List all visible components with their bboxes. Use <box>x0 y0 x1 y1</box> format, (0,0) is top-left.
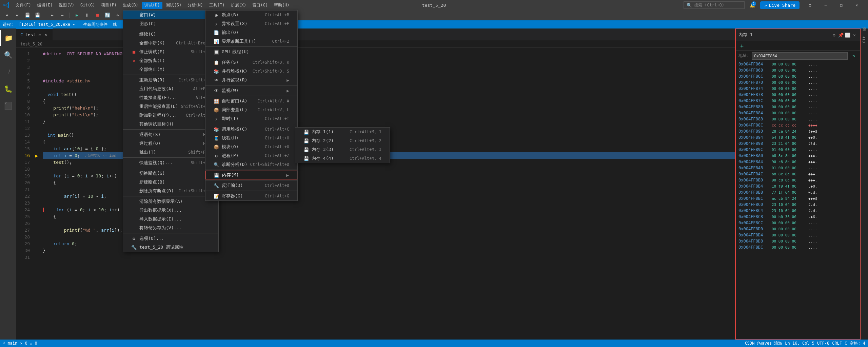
menu-restart-perf-item[interactable]: 重启性能探查器(L) Shift+Alt+F2 <box>123 102 218 111</box>
submenu-watch-item[interactable]: 👁 监视(W) ▶ <box>205 86 297 95</box>
debug-continue-btn[interactable]: ▶ <box>73 12 81 19</box>
menu-break-all-item[interactable]: 全部中断(K) Ctrl+Alt+Break <box>123 39 218 47</box>
memory2-item[interactable]: 💾 内存 2(2) Ctrl+Alt+M, 2 <box>295 136 390 145</box>
submenu-immediate-item[interactable]: ⚡ 即时(I) Ctrl+Alt+I <box>205 114 297 123</box>
language[interactable]: C <box>845 341 847 346</box>
menu-step-over-item[interactable]: 逐过程(O) F10 <box>123 139 218 148</box>
menu-git[interactable]: Git(G) <box>78 2 98 8</box>
menu-window-item[interactable]: 窗口(W) ▶ <box>123 11 218 19</box>
submenu-gpu-item[interactable]: 🔲 GPU 线程(U) <box>205 47 297 56</box>
memory1-item[interactable]: 💾 内存 1(1) Ctrl+Alt+M, 1 <box>295 128 390 136</box>
menu-export-datatip-item[interactable]: 导出数据提示(X)... <box>123 206 218 215</box>
redo-button[interactable]: ↩ <box>13 12 22 19</box>
menu-view[interactable]: 视图(V) <box>56 2 77 9</box>
minimize-button[interactable]: ─ <box>818 0 833 10</box>
git-side-tab[interactable]: Git 更改 <box>861 31 868 46</box>
submenu-tasks-item[interactable]: 📋 任务(S) Ctrl+Shift+D, K <box>205 58 297 67</box>
menu-window[interactable]: 窗口(G) <box>250 2 271 9</box>
menu-graphics-item[interactable]: 图形(C) ▶ <box>123 19 218 28</box>
panel-pin-btn[interactable]: 📌 <box>838 32 844 38</box>
menu-project[interactable]: 项目(P) <box>98 2 119 9</box>
menu-help[interactable]: 帮助(H) <box>271 2 292 9</box>
menu-file[interactable]: 文件(F) <box>13 2 34 9</box>
submenu-registers-item[interactable]: 📝 寄存器(G) Ctrl+Alt+G <box>205 192 297 200</box>
debug-restart-btn[interactable]: 🔄 <box>103 12 112 19</box>
submenu-exception-item[interactable]: ⚡ 异常设置(X) Ctrl+Alt+E <box>205 19 297 28</box>
notification-icon[interactable]: 🔔 1 <box>749 1 756 9</box>
menu-attach-item[interactable]: 附加到进程(P)... Ctrl+Alt+P <box>123 111 218 120</box>
menu-build[interactable]: 生成(B) <box>120 2 141 9</box>
submenu-callstack-item[interactable]: 📚 调用堆栈(C) Ctrl+Alt+C <box>205 125 297 134</box>
encoding[interactable]: UTF-8 <box>817 341 829 346</box>
menu-options-item[interactable]: ⚙ 选项(O)... <box>123 234 218 243</box>
menu-stop-item[interactable]: ⏹ 停止调试(E) Shift+F5 <box>123 47 218 56</box>
refresh-btn[interactable]: ↻ <box>850 53 857 59</box>
debug-pause-btn[interactable]: ⏸ <box>83 12 92 19</box>
submenu-process-item[interactable]: ⚙ 进程(P) Ctrl+Alt+Z <box>205 151 297 160</box>
menu-new-bp-item[interactable]: 新建断点(B) ▶ <box>123 178 218 187</box>
submenu-memory-item[interactable]: 💾 内存(M) ▶ <box>205 171 297 179</box>
maximize-button[interactable]: □ <box>833 0 849 10</box>
search-box[interactable]: 🔍 搜索 (Ctrl+Q) <box>684 1 745 9</box>
tab-testc[interactable]: C test.c ✕ <box>16 28 53 40</box>
panel-settings-btn[interactable]: ⚙ <box>831 32 837 38</box>
menu-apply-code-item[interactable]: 应用代码更改(A) Alt+F10 <box>123 84 218 93</box>
menu-delete-all-bp-item[interactable]: 删除所有断点(D) Ctrl+Shift+F9 <box>123 187 218 195</box>
memory4-item[interactable]: 💾 内存 4(4) Ctrl+Alt+M, 4 <box>295 154 390 163</box>
menu-quickwatch-item[interactable]: 快速监视(Q)... Shift+F9 <box>123 158 218 167</box>
menu-save-dump-item[interactable]: 将转储另存为(V)... <box>123 224 218 232</box>
menu-terminate-item[interactable]: 全部终止(M) <box>123 65 218 74</box>
save-all-button[interactable]: 💾 <box>33 12 42 19</box>
submenu-parallel-stacks-item[interactable]: 📚 并行堆栈(K) Ctrl+Shift+D, S <box>205 67 297 76</box>
menu-detach-item[interactable]: ✕ 全部拆离(L) <box>123 56 218 65</box>
git-icon[interactable]: ⑂ <box>0 64 16 80</box>
line-col[interactable]: Ln 16, Col 5 <box>785 341 814 346</box>
spaces[interactable]: 空格: 4 <box>850 341 865 346</box>
menu-continue-item[interactable]: 继续(C) F5 <box>123 30 218 39</box>
close-button[interactable]: ✕ <box>849 0 865 10</box>
submenu-profiler-item[interactable]: 🔍 诊断分析(D) Ctrl+Shift+Alt+D <box>205 160 297 169</box>
line-ending[interactable]: CRLF <box>832 341 842 346</box>
menu-extensions[interactable]: 扩展(X) <box>228 2 249 9</box>
submenu-disasm-item[interactable]: 🔧 反汇编(D) Ctrl+Alt+D <box>205 181 297 190</box>
menu-step-out-item[interactable]: 跳出(T) Shift+F11 <box>123 148 218 157</box>
submenu-breakpoints-item[interactable]: ◉ 断点(B) Ctrl+Alt+B <box>205 11 297 19</box>
menu-step-into-item[interactable]: 逐语句(S) F11 <box>123 130 218 139</box>
menu-perf-item[interactable]: 性能探查器(F)... Alt+F2 <box>123 93 218 102</box>
tab-close-button[interactable]: ✕ <box>43 32 48 37</box>
menu-edit[interactable]: 编辑(E) <box>35 2 56 9</box>
debug-step-over-btn[interactable]: ↷ <box>113 12 122 19</box>
search-activity-icon[interactable]: 🔍 <box>0 47 16 63</box>
menu-test[interactable]: 测试(S) <box>163 2 184 9</box>
explorer-icon[interactable]: 📁 <box>0 30 16 46</box>
settings-icon[interactable]: ⚙ <box>806 1 814 9</box>
address-input[interactable] <box>752 52 848 60</box>
save-button[interactable]: 💾 <box>23 12 32 19</box>
undo-button[interactable]: ↩ <box>3 12 12 19</box>
menu-other-target-item[interactable]: 其他调试目标(H) ▶ <box>123 120 218 129</box>
back-button[interactable]: ← <box>48 12 57 19</box>
submenu-auto-window-item[interactable]: 🪟 自动窗口(A) Ctrl+Alt+V, A <box>205 97 297 105</box>
panel-close-btn[interactable]: ✕ <box>852 32 857 38</box>
menu-import-datatip-item[interactable]: 导入数据提示(I)... <box>123 215 218 224</box>
memory3-item[interactable]: 💾 内存 3(3) Ctrl+Alt+M, 3 <box>295 145 390 154</box>
add-address-btn[interactable]: + <box>738 42 745 49</box>
menu-toggle-bp-item[interactable]: 切换断点(G) F9 <box>123 169 218 178</box>
panel-float-btn[interactable]: ⬜ <box>845 32 850 38</box>
submenu-threads-item[interactable]: 🧵 线程(H) Ctrl+Alt+H <box>205 134 297 142</box>
menu-analyze[interactable]: 分析(N) <box>185 2 206 9</box>
submenu-parallel-watch-item[interactable]: 👁 并行监视(R) ▶ <box>205 76 297 84</box>
debug-icon[interactable]: 🐛 <box>0 81 16 97</box>
submenu-output-item[interactable]: 📄 输出(O) <box>205 28 297 37</box>
menu-debug[interactable]: 调试(D) <box>142 2 163 9</box>
menu-tools[interactable]: 工具(T) <box>206 2 228 9</box>
extensions-icon[interactable]: ⬛ <box>0 98 16 114</box>
submenu-modules-item[interactable]: 📦 模块(O) Ctrl+Alt+U <box>205 142 297 151</box>
submenu-diag-item[interactable]: 📊 显示诊断工具(T) Ctrl+F2 <box>205 37 297 46</box>
submenu-locals-item[interactable]: 📦 局部变量(L) Ctrl+Alt+V, L <box>205 105 297 114</box>
process-selector[interactable]: [12416] test_5_20.exe ▾ <box>16 21 78 27</box>
errors-count[interactable]: ✕ 0 ⚠ 0 <box>20 341 37 346</box>
menu-debug-props-item[interactable]: 🔧 test_5_20 调试属性 <box>123 243 218 252</box>
forward-button[interactable]: → <box>58 12 67 19</box>
git-branch[interactable]: ⑂ main <box>3 341 17 346</box>
